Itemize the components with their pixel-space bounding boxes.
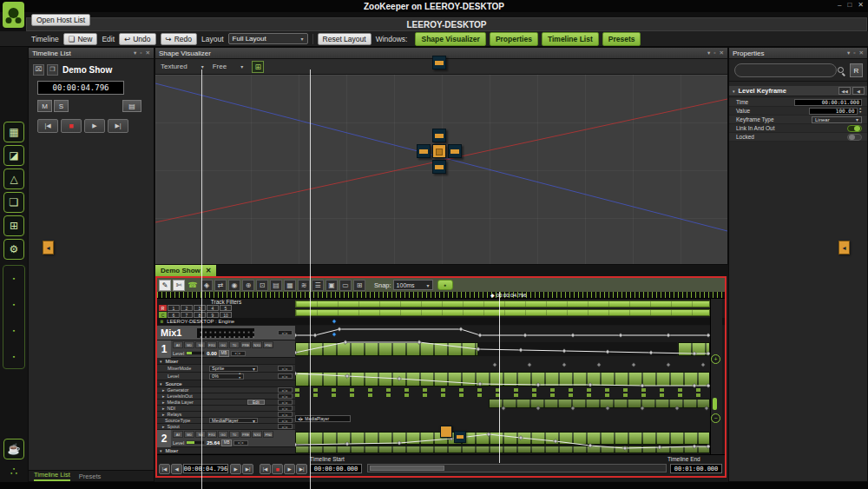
mini-transport[interactable]: ◂|▸ [278, 393, 293, 399]
grid-toggle-button[interactable]: ⊞ [252, 61, 264, 73]
mute-button[interactable]: M [37, 100, 52, 112]
filter-button[interactable]: 10 [220, 312, 232, 318]
timeline-ruler[interactable] [157, 292, 725, 299]
playhead-time-field[interactable]: 00:00:04.796 [183, 464, 228, 473]
collapse-icon[interactable]: ▾ [160, 448, 162, 453]
expand-icon[interactable]: ▸ [162, 412, 165, 417]
media-player-chip[interactable]: ◂|▸ MediaPlayer [295, 415, 351, 422]
reset-layout-button[interactable]: Reset Layout [318, 33, 372, 45]
filter-button[interactable]: 5 [220, 305, 232, 311]
window-toggle-button[interactable]: Properties [490, 32, 538, 46]
shape-handle-right[interactable] [448, 144, 462, 158]
mini-transport[interactable]: ◂|▸ [233, 440, 248, 446]
zoom-in-icon[interactable]: ⊕ [242, 280, 254, 291]
media-layer-row[interactable]: ▸ Media Layer Edit ◂|▸ [157, 400, 295, 406]
jump-end-button[interactable]: ▶| [242, 464, 253, 474]
tab-demo-show[interactable]: Demo Show ✕ [155, 265, 216, 276]
monitor-icon[interactable]: ▭ [339, 280, 352, 291]
mini-transport[interactable]: ◂|▸ [278, 387, 293, 393]
mb-button[interactable]: MB [219, 350, 229, 357]
track-button[interactable]: FN0 [263, 431, 273, 438]
window-toggle-button[interactable]: Presets [602, 32, 641, 46]
new-button[interactable]: ❏New [63, 33, 98, 45]
generator-row[interactable]: ▸ Generator ◂|▸ [157, 387, 295, 393]
track1-header[interactable]: 1 AllM0S0FX0G0T0PRENX0FN0 Level 0.00 MB … [157, 340, 295, 358]
filter-button[interactable]: 3 [194, 305, 206, 311]
panel-menu-icon[interactable]: ▾ [707, 50, 710, 56]
filter-button[interactable]: 6 [168, 312, 180, 318]
track1-media-clip-end[interactable] [678, 342, 710, 356]
track1-media-clip[interactable] [295, 342, 478, 356]
play-button[interactable]: ▶ [84, 119, 105, 133]
snap-dropdown[interactable]: 100ms▾ [393, 280, 433, 290]
track-button[interactable]: FX0 [207, 341, 217, 348]
pin-icon[interactable]: ▫ [713, 50, 715, 56]
sidebar-slot[interactable]: ▪ [13, 326, 15, 334]
keyframe-type-dropdown[interactable]: Linear▾ [812, 116, 862, 123]
pixelmapper-icon[interactable]: ⊞ [3, 215, 24, 236]
tab-timeline-list[interactable]: Timeline List [34, 471, 70, 481]
visualizer-canvas[interactable] [155, 75, 727, 264]
filter-button[interactable]: 9 [207, 312, 219, 318]
media-manager-icon[interactable]: ▦ [3, 122, 24, 142]
layout-dropdown[interactable]: Full Layout ▾ [228, 33, 308, 44]
jump-start-button[interactable]: |◀ [159, 464, 170, 474]
close-button[interactable]: ✕ [858, 1, 864, 9]
track-button[interactable]: S0 [195, 341, 206, 348]
timeline-end-field[interactable]: 00:01:00.000 [670, 464, 722, 473]
solo-button[interactable]: S [54, 100, 69, 112]
shape-handle-center[interactable] [432, 144, 446, 158]
redo-button[interactable]: ↪Redo [161, 33, 197, 45]
skip-forward-button[interactable]: ▶| [296, 464, 307, 474]
window-toggle-button[interactable]: Shape Visualizer [415, 32, 485, 46]
step-back-button[interactable]: ◀ [171, 464, 182, 474]
track-button[interactable]: NX0 [252, 431, 262, 438]
playhead-marker[interactable]: ◆ 00:00:04.796 [490, 292, 527, 298]
mix-track-header[interactable]: Mix1 ◂|▸ [157, 326, 295, 340]
expand-icon[interactable]: ▸ [162, 387, 165, 393]
collapse-icon[interactable]: ▾ [733, 89, 735, 94]
track-button[interactable]: G0 [218, 341, 228, 348]
mixer-mode-dropdown[interactable]: Sprite▾ [209, 366, 258, 372]
window-toggle-button[interactable]: Timeline List [542, 32, 599, 46]
step-forward-button[interactable]: ▶ [230, 464, 241, 474]
filter-button[interactable]: 4 [207, 305, 219, 311]
track-button[interactable]: M0 [184, 341, 194, 348]
track-button[interactable]: PRE [240, 341, 251, 348]
collapse-icon[interactable]: ▾ [160, 381, 162, 387]
close-icon[interactable]: ✕ [720, 50, 724, 56]
cue-filter-key[interactable]: C [159, 312, 167, 318]
zoom-out-button[interactable]: − [711, 413, 720, 423]
spin-down-icon[interactable]: ▼ [859, 111, 862, 115]
mini-transport[interactable]: ◂|▸ [278, 373, 293, 379]
link-in-out-toggle[interactable] [847, 125, 862, 132]
source-section-header[interactable]: ▾ Source [157, 380, 295, 387]
track-button[interactable]: S0 [195, 431, 206, 438]
timeline-horizontal-scrollbar[interactable] [367, 464, 667, 472]
media-thumb-orange-icon[interactable] [440, 426, 452, 438]
track-button[interactable]: NX0 [252, 341, 262, 348]
timeline-list-item[interactable]: ⌧ ❐ Demo Show [29, 62, 154, 77]
edit-button[interactable]: Edit [247, 400, 265, 405]
filter-button[interactable]: 1 [168, 305, 180, 311]
record-filter-key[interactable]: R [159, 305, 167, 311]
pin-icon[interactable]: ▫ [140, 50, 141, 56]
track2-media-clip[interactable] [295, 432, 710, 445]
maximize-button[interactable]: □ [847, 1, 852, 9]
add-track-icon[interactable]: ⊞ [353, 280, 365, 291]
reset-filter-button[interactable]: R [850, 63, 863, 77]
minimize-button[interactable]: – [838, 1, 841, 9]
relays-row[interactable]: ▸ Relays ◂|▸ [157, 412, 295, 418]
track-button[interactable]: T0 [229, 341, 240, 348]
listen-tool-icon[interactable]: ☎ [187, 280, 199, 291]
track2-header[interactable]: 2 AllM0S0FX0G0T0PRENX0FN0 Level 25.64 MB… [157, 430, 295, 447]
search-input[interactable] [734, 63, 837, 77]
mini-transport[interactable]: ◂|▸ [278, 366, 293, 371]
duplicate-timeline-icon[interactable]: ❐ [47, 64, 58, 76]
pencil-tool-icon[interactable]: ✎ [159, 280, 171, 291]
track-button[interactable]: All [173, 431, 183, 438]
mini-transport[interactable]: ◂|▸ [278, 400, 293, 405]
mini-transport[interactable]: ◂|▸ [278, 424, 293, 429]
texture-mode-dropdown[interactable]: Textured▾ [161, 63, 204, 70]
mini-transport[interactable]: ◂|▸ [278, 412, 293, 417]
